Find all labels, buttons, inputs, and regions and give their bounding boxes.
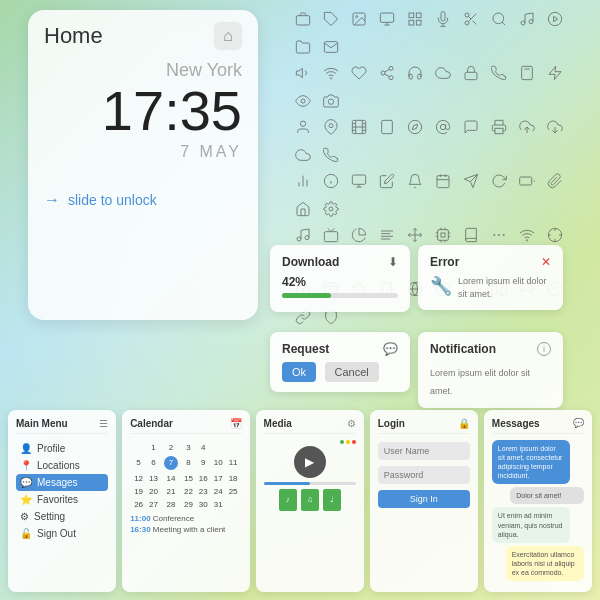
media-header: Media ⚙ — [264, 418, 356, 434]
menu-item-profile[interactable]: 👤 Profile — [16, 440, 108, 457]
cal-event-1: 11:00 Conference — [130, 514, 241, 523]
menu-item-locations[interactable]: 📍 Locations — [16, 457, 108, 474]
error-card-header: Error ✕ — [430, 255, 551, 269]
svg-point-60 — [440, 124, 445, 129]
media-title: Media — [264, 418, 292, 429]
menu-icon: ☰ — [99, 418, 108, 429]
icon-refresh — [488, 170, 510, 192]
cal-event-1-text: Conference — [153, 514, 194, 523]
icon-at-sign — [432, 116, 454, 138]
svg-rect-7 — [409, 13, 414, 18]
icon-grid — [404, 8, 426, 30]
info-icon: i — [537, 342, 551, 356]
icon-volume — [292, 62, 314, 84]
icon-user — [292, 116, 314, 138]
media-icon-note: ♪ — [279, 489, 297, 511]
msg-bubble-2: Dolor sit amet! — [510, 487, 584, 504]
cal-event-1-time: 11:00 — [130, 514, 150, 523]
menu-item-setting[interactable]: ⚙ Setting — [16, 508, 108, 525]
setting-icon: ⚙ — [20, 511, 29, 522]
icon-pie-chart — [348, 224, 370, 246]
icon-phone2 — [320, 144, 342, 166]
menu-item-signout[interactable]: 🔓 Sign Out — [16, 525, 108, 542]
svg-rect-61 — [495, 128, 503, 133]
msg-bubble-4: Exercitation ullamco laboris nisi ut ali… — [506, 546, 584, 581]
icon-share — [376, 62, 398, 84]
svg-marker-59 — [412, 124, 418, 130]
svg-rect-4 — [380, 13, 393, 22]
media-slider-fill — [264, 482, 310, 485]
main-container: Home ⌂ New York 17:35 7 MAY → slide to u… — [0, 0, 600, 600]
icon-mail — [320, 36, 342, 58]
svg-line-30 — [385, 69, 390, 72]
signout-icon: 🔓 — [20, 528, 32, 539]
icon-monitor — [376, 8, 398, 30]
slide-unlock-text: slide to unlock — [68, 192, 157, 208]
icon-edit — [376, 170, 398, 192]
messages-title: Messages — [492, 418, 540, 429]
svg-point-83 — [305, 236, 309, 240]
home-icon[interactable]: ⌂ — [214, 22, 242, 50]
svg-point-3 — [356, 16, 358, 18]
media-icon-note3: ♩ — [323, 489, 341, 511]
icon-book — [460, 224, 482, 246]
svg-point-13 — [465, 13, 469, 17]
icon-cpu — [432, 224, 454, 246]
svg-rect-0 — [296, 16, 309, 25]
icon-mic — [432, 8, 454, 30]
main-menu-header: Main Menu ☰ — [16, 418, 108, 434]
play-button[interactable]: ▶ — [294, 446, 326, 478]
media-slider[interactable] — [264, 482, 356, 485]
username-input[interactable] — [378, 442, 470, 460]
login-lock-icon: 🔒 — [458, 418, 470, 429]
phone-title: Home — [44, 23, 103, 49]
sign-in-button[interactable]: Sign In — [378, 490, 470, 508]
icon-more — [488, 224, 510, 246]
icon-row-4 — [292, 170, 592, 220]
dot-green — [340, 440, 344, 444]
request-title: Request — [282, 342, 329, 356]
slide-unlock[interactable]: → slide to unlock — [44, 191, 242, 209]
icon-briefcase — [292, 8, 314, 30]
svg-point-45 — [328, 99, 333, 104]
icon-row-1 — [292, 8, 592, 58]
download-card-header: Download ⬇ — [282, 255, 398, 269]
password-input[interactable] — [378, 466, 470, 484]
error-close-icon[interactable]: ✕ — [541, 255, 551, 269]
media-icons: ♪ ♫ ♩ — [264, 489, 356, 511]
arrow-right-icon: → — [44, 191, 60, 209]
icon-upload — [516, 116, 538, 138]
notification-card: Notification i Lorem ipsum elit dolor si… — [418, 332, 563, 408]
svg-point-14 — [465, 21, 469, 25]
phone-date: 7 MAY — [44, 143, 242, 161]
svg-rect-56 — [382, 120, 393, 133]
request-card: Request 💬 Ok Cancel — [270, 332, 410, 392]
svg-point-21 — [529, 20, 533, 24]
menu-item-favorites[interactable]: ⭐ Favorites — [16, 491, 108, 508]
menu-label-signout: Sign Out — [37, 528, 76, 539]
media-icon-note2: ♫ — [301, 489, 319, 511]
icon-film — [348, 116, 370, 138]
svg-rect-32 — [522, 66, 533, 79]
cal-event-2-text: Meeting with a client — [153, 525, 225, 534]
progress-text: 42% — [282, 275, 398, 289]
svg-point-25 — [330, 78, 331, 79]
cal-event-2-time: 16:30 — [130, 525, 150, 534]
menu-label-favorites: Favorites — [37, 494, 78, 505]
request-icon: 💬 — [383, 342, 398, 356]
icon-eye — [292, 90, 314, 112]
icon-desktop — [348, 170, 370, 192]
today-date: 7 — [164, 456, 178, 470]
cancel-button[interactable]: Cancel — [325, 362, 379, 382]
progress-bar-bg — [282, 293, 398, 298]
icon-tag — [320, 8, 342, 30]
login-title: Login — [378, 418, 405, 429]
menu-label-setting: Setting — [34, 511, 65, 522]
icon-calendar — [432, 170, 454, 192]
login-panel: Login 🔒 Sign In — [370, 410, 478, 592]
ok-button[interactable]: Ok — [282, 362, 316, 382]
svg-point-102 — [503, 234, 504, 235]
icon-printer — [488, 116, 510, 138]
menu-item-messages[interactable]: 💬 Mesages — [16, 474, 108, 491]
icon-move — [404, 224, 426, 246]
